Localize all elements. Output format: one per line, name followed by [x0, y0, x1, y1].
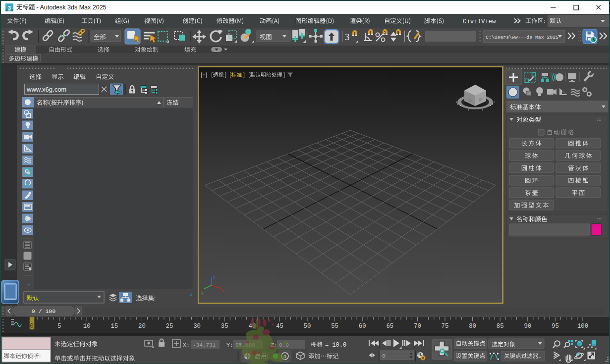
svg-text:80: 80 [469, 323, 476, 330]
svg-text:www.x6g.com: www.x6g.com [26, 86, 66, 93]
svg-text:30: 30 [193, 323, 201, 330]
svg-text:35: 35 [221, 323, 228, 330]
svg-text:CivilView: CivilView [463, 18, 496, 25]
svg-text:70: 70 [414, 323, 421, 330]
svg-text:25: 25 [166, 323, 173, 330]
svg-text:85: 85 [497, 323, 504, 330]
svg-text:-34.731: -34.731 [193, 342, 216, 348]
svg-text:45: 45 [276, 323, 283, 330]
svg-text:0 / 100: 0 / 100 [32, 308, 55, 314]
svg-text:5: 5 [57, 323, 61, 330]
svg-text:0: 0 [30, 323, 33, 330]
svg-text:y: y [201, 290, 204, 295]
svg-text:C:\Users\ww···ds Max 2025: C:\Users\ww···ds Max 2025 [486, 35, 558, 40]
svg-text:55: 55 [331, 323, 338, 330]
svg-text:MAX: MAX [8, 10, 12, 12]
svg-text:60: 60 [359, 323, 366, 330]
svg-text:= 10.0: = 10.0 [325, 342, 346, 349]
svg-text:50: 50 [304, 323, 311, 330]
svg-text:100: 100 [577, 323, 588, 330]
svg-text:15: 15 [111, 323, 118, 330]
svg-text:20: 20 [138, 323, 146, 330]
svg-text:95: 95 [552, 323, 559, 330]
svg-text:90: 90 [524, 323, 531, 330]
svg-text:Y:: Y: [226, 342, 233, 348]
svg-text:X:: X: [183, 342, 190, 348]
svg-text:65: 65 [386, 323, 393, 330]
svg-text:z: z [213, 275, 216, 280]
svg-text:75: 75 [442, 323, 449, 330]
svg-text:0: 0 [382, 353, 386, 359]
svg-text:x: x [222, 288, 224, 293]
svg-text:- Autodesk 3ds Max 2025: - Autodesk 3ds Max 2025 [37, 4, 107, 11]
svg-text:10: 10 [83, 323, 91, 330]
